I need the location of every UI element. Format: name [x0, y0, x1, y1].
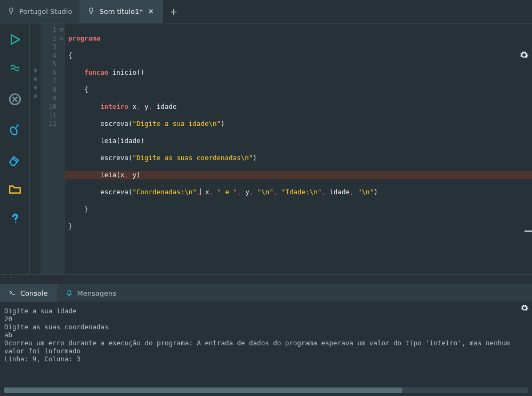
- debug-margin: ✳ ✳ ✳ ✳: [30, 23, 41, 274]
- open-file-button[interactable]: [6, 180, 23, 197]
- bug-icon: ✳: [33, 92, 37, 100]
- identifier: idade: [329, 188, 350, 196]
- keyword: inteiro: [100, 102, 128, 110]
- bug-icon: ✳: [33, 75, 37, 83]
- tab-bar: Portugol Studio Sem título1* ✕ +: [0, 0, 532, 23]
- line-number: 12: [41, 120, 57, 128]
- tab-file-label: Sem título1*: [99, 7, 142, 15]
- identifier: y: [245, 188, 249, 196]
- line-number: 10: [41, 102, 57, 111]
- new-tab-button[interactable]: +: [163, 0, 184, 23]
- tab-console[interactable]: Console: [0, 284, 57, 302]
- svg-point-2: [14, 221, 16, 223]
- text-caret: [200, 188, 201, 195]
- identifier: escreva: [100, 188, 128, 196]
- identifier: escreva: [100, 154, 128, 162]
- line-number: 3: [41, 43, 57, 51]
- line-number: 2: [41, 34, 57, 43]
- comma: ,: [273, 188, 278, 196]
- string: "Digite as suas coordenadas\n": [132, 154, 253, 162]
- brace: }: [84, 205, 88, 213]
- comma: ,: [136, 102, 141, 110]
- string: " e ": [217, 188, 238, 196]
- identifier: y: [144, 102, 149, 110]
- line-number-gutter: 1 2 3 4 5 6 7 8 9 10 11 12: [41, 23, 59, 274]
- close-tab-button[interactable]: ✕: [147, 7, 155, 15]
- console-line: ab: [4, 331, 528, 339]
- keyword: funcao: [84, 68, 108, 76]
- tab-console-label: Console: [20, 289, 48, 297]
- scrollbar-thumb[interactable]: [4, 387, 402, 393]
- line-number: 6: [41, 68, 57, 77]
- paren: ): [140, 68, 144, 76]
- comma: ,: [149, 102, 153, 110]
- run-button[interactable]: [6, 31, 23, 48]
- bug-icon: ✳: [33, 83, 37, 92]
- comma: ,: [237, 188, 241, 196]
- identifier: leia: [100, 137, 116, 145]
- tab-messages-label: Mensagens: [77, 289, 116, 297]
- string: "Coordenadas:\n": [132, 188, 196, 196]
- paren: (: [116, 137, 120, 145]
- comma: ,: [209, 188, 213, 196]
- console-output[interactable]: Digite a sua idade 20 Digite as suas coo…: [0, 302, 532, 387]
- terminal-icon: [9, 289, 16, 298]
- brace: {: [68, 51, 72, 59]
- code-editor[interactable]: 1 2 3 4 5 6 7 8 9 10 11 12 ⊟ ⊟ p: [41, 23, 532, 274]
- identifier: inicio: [112, 68, 136, 76]
- comma: ,: [197, 188, 201, 196]
- comma: ,: [124, 171, 128, 179]
- chevron-up-icon: ˄: [3, 276, 6, 283]
- bottom-tab-bar: Console Mensagens: [0, 284, 532, 302]
- identifier: idade: [120, 137, 141, 145]
- debug-button[interactable]: [6, 61, 23, 78]
- lightbulb-icon: [7, 7, 15, 16]
- console-line: 20: [4, 315, 528, 323]
- resize-handle[interactable]: [525, 231, 532, 232]
- tab-messages[interactable]: Mensagens: [57, 284, 125, 302]
- stop-button[interactable]: [6, 91, 23, 108]
- console-scrollbar[interactable]: [4, 387, 528, 393]
- console-line: Ocorreu um erro durante a execução do pr…: [4, 339, 528, 355]
- paren: ): [141, 137, 145, 145]
- line-number: 9: [41, 94, 57, 102]
- tab-file[interactable]: Sem título1* ✕: [80, 0, 163, 23]
- comma: ,: [350, 188, 354, 196]
- lightbulb-icon: [87, 7, 95, 16]
- bottom-panel: Console Mensagens Digite a sua idade 20 …: [0, 284, 532, 396]
- chevron-down-icon: ˅: [10, 276, 13, 283]
- paren: ): [253, 154, 257, 162]
- identifier: idade: [157, 102, 177, 110]
- paren: ): [374, 188, 378, 196]
- string: "\n": [257, 188, 273, 196]
- svg-point-1: [9, 126, 18, 136]
- code-area[interactable]: programa { funcao inicio() { inteiro x, …: [65, 23, 532, 274]
- line-number: 8: [41, 85, 57, 94]
- identifier: leia: [100, 171, 116, 179]
- console-settings-button[interactable]: [520, 304, 529, 314]
- string: "Digite a sua idade\n": [132, 120, 221, 128]
- brace: {: [84, 85, 88, 93]
- line-number: 5: [41, 60, 57, 68]
- panel-splitter[interactable]: ˄ ˅ ..............: [0, 274, 532, 284]
- fold-marker[interactable]: ⊟: [59, 34, 65, 43]
- paren: ): [221, 120, 225, 128]
- fold-marker[interactable]: ⊟: [59, 26, 65, 34]
- paren: (: [116, 171, 120, 179]
- identifier: escreva: [100, 120, 128, 128]
- line-number: 4: [41, 51, 57, 60]
- eraser-button[interactable]: [6, 151, 23, 168]
- console-line: Digite as suas coordenadas: [4, 323, 528, 331]
- brace: }: [68, 222, 72, 230]
- editor-settings-button[interactable]: [519, 50, 529, 61]
- paren: ): [136, 171, 141, 179]
- fold-gutter: ⊟ ⊟: [59, 23, 65, 274]
- left-toolbar: [0, 23, 30, 274]
- help-button[interactable]: [6, 210, 23, 227]
- string: "\n": [358, 188, 374, 196]
- tab-home[interactable]: Portugol Studio: [0, 0, 80, 23]
- identifier: x: [132, 102, 136, 110]
- comma: ,: [249, 188, 254, 196]
- console-line: Linha: 9, Coluna: 3: [4, 355, 528, 363]
- clean-button[interactable]: [6, 121, 23, 138]
